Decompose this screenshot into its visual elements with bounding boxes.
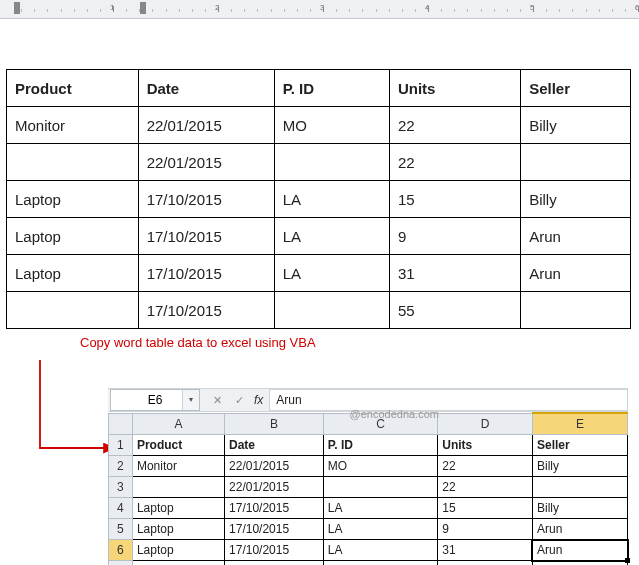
name-box-value: E6 <box>148 393 163 407</box>
row-header-4[interactable]: 4 <box>109 498 133 519</box>
row-header-2[interactable]: 2 <box>109 456 133 477</box>
excel-grid[interactable]: A B C D E 1 Product Date P. ID Units Sel… <box>108 412 628 565</box>
cell-A3[interactable] <box>132 477 224 498</box>
col-header-C[interactable]: C <box>323 413 437 435</box>
formula-bar[interactable]: Arun <box>269 389 628 411</box>
cell-C7[interactable] <box>323 561 437 566</box>
row-header-7[interactable]: 7 <box>109 561 133 566</box>
cell-A5[interactable]: Laptop <box>132 519 224 540</box>
cell-C5[interactable]: LA <box>323 519 437 540</box>
cell-A6[interactable]: Laptop <box>132 540 224 561</box>
word-table-cell[interactable]: 17/10/2015 <box>138 255 274 292</box>
word-table-cell[interactable] <box>274 292 389 329</box>
word-table-cell[interactable]: Arun <box>521 255 631 292</box>
word-table-cell[interactable]: 15 <box>389 181 520 218</box>
ruler-minor-tick <box>192 9 193 12</box>
word-table-row: Laptop17/10/2015LA15Billy <box>7 181 631 218</box>
cell-D3[interactable]: 22 <box>438 477 533 498</box>
word-table-cell[interactable] <box>274 144 389 181</box>
cell-A2[interactable]: Monitor <box>132 456 224 477</box>
word-table-cell[interactable]: 17/10/2015 <box>138 218 274 255</box>
cell-E7[interactable] <box>532 561 627 566</box>
word-table-cell[interactable]: Laptop <box>7 218 139 255</box>
word-table-cell[interactable]: LA <box>274 255 389 292</box>
row-header-3[interactable]: 3 <box>109 477 133 498</box>
word-table-cell[interactable]: LA <box>274 181 389 218</box>
row-header-6[interactable]: 6 <box>109 540 133 561</box>
word-table-cell[interactable]: 22/01/2015 <box>138 107 274 144</box>
cell-C4[interactable]: LA <box>323 498 437 519</box>
row-header-5[interactable]: 5 <box>109 519 133 540</box>
ruler-tabstop-icon[interactable] <box>14 2 20 14</box>
col-header-A[interactable]: A <box>132 413 224 435</box>
word-header-cell: Date <box>138 70 274 107</box>
col-header-E[interactable]: E <box>532 413 627 435</box>
excel-formula-bar-row: E6 ▾ ✕ ✓ fx Arun <box>108 388 628 412</box>
ruler-tabstop-icon[interactable] <box>140 2 146 14</box>
col-header-B[interactable]: B <box>225 413 324 435</box>
cell-D1[interactable]: Units <box>438 435 533 456</box>
word-table: Product Date P. ID Units Seller Monitor2… <box>6 69 631 329</box>
ruler-minor-tick <box>507 9 508 12</box>
cell-B2[interactable]: 22/01/2015 <box>225 456 324 477</box>
cell-D4[interactable]: 15 <box>438 498 533 519</box>
col-header-D[interactable]: D <box>438 413 533 435</box>
cell-B4[interactable]: 17/10/2015 <box>225 498 324 519</box>
word-table-cell[interactable]: 22 <box>389 144 520 181</box>
cell-B3[interactable]: 22/01/2015 <box>225 477 324 498</box>
cell-B6[interactable]: 17/10/2015 <box>225 540 324 561</box>
cell-B5[interactable]: 17/10/2015 <box>225 519 324 540</box>
name-box-dropdown-icon[interactable]: ▾ <box>182 390 199 410</box>
word-table-row: 22/01/201522 <box>7 144 631 181</box>
cell-C2[interactable]: MO <box>323 456 437 477</box>
cell-A1[interactable]: Product <box>132 435 224 456</box>
cell-B1[interactable]: Date <box>225 435 324 456</box>
cell-B7[interactable]: 17/10/2015 <box>225 561 324 566</box>
cell-C3[interactable] <box>323 477 437 498</box>
word-table-cell[interactable]: Billy <box>521 181 631 218</box>
word-table-cell[interactable]: Arun <box>521 218 631 255</box>
cell-C1[interactable]: P. ID <box>323 435 437 456</box>
select-all-corner[interactable] <box>109 413 133 435</box>
word-table-cell[interactable] <box>521 292 631 329</box>
word-table-row: Monitor22/01/2015MO22Billy <box>7 107 631 144</box>
word-table-cell[interactable]: Laptop <box>7 255 139 292</box>
ruler-minor-tick <box>402 9 403 12</box>
ruler-minor-tick <box>244 9 245 12</box>
cell-E4[interactable]: Billy <box>532 498 627 519</box>
name-box[interactable]: E6 ▾ <box>110 389 200 411</box>
word-table-cell[interactable]: LA <box>274 218 389 255</box>
cell-D6[interactable]: 31 <box>438 540 533 561</box>
cell-D5[interactable]: 9 <box>438 519 533 540</box>
ruler-minor-tick <box>467 9 468 12</box>
word-table-cell[interactable]: 22/01/2015 <box>138 144 274 181</box>
word-table-cell[interactable]: 17/10/2015 <box>138 181 274 218</box>
annotation-text: Copy word table data to excel using VBA <box>80 335 639 350</box>
fx-icon[interactable]: fx <box>254 393 263 407</box>
word-table-cell[interactable] <box>7 292 139 329</box>
ruler-minor-tick <box>61 9 62 12</box>
word-table-cell[interactable] <box>7 144 139 181</box>
cell-E6[interactable]: Arun <box>532 540 627 561</box>
word-table-header-row: Product Date P. ID Units Seller <box>7 70 631 107</box>
word-table-cell[interactable]: 55 <box>389 292 520 329</box>
word-table-cell[interactable] <box>521 144 631 181</box>
cell-A7[interactable] <box>132 561 224 566</box>
word-table-cell[interactable]: Monitor <box>7 107 139 144</box>
cell-D2[interactable]: 22 <box>438 456 533 477</box>
row-header-1[interactable]: 1 <box>109 435 133 456</box>
word-table-cell[interactable]: 22 <box>389 107 520 144</box>
cell-D7[interactable]: 55 <box>438 561 533 566</box>
word-table-cell[interactable]: 17/10/2015 <box>138 292 274 329</box>
cell-E3[interactable] <box>532 477 627 498</box>
word-table-cell[interactable]: 9 <box>389 218 520 255</box>
cell-E5[interactable]: Arun <box>532 519 627 540</box>
word-table-cell[interactable]: MO <box>274 107 389 144</box>
cell-E2[interactable]: Billy <box>532 456 627 477</box>
cell-E1[interactable]: Seller <box>532 435 627 456</box>
word-table-cell[interactable]: Billy <box>521 107 631 144</box>
word-table-cell[interactable]: 31 <box>389 255 520 292</box>
cell-A4[interactable]: Laptop <box>132 498 224 519</box>
cell-C6[interactable]: LA <box>323 540 437 561</box>
word-table-cell[interactable]: Laptop <box>7 181 139 218</box>
